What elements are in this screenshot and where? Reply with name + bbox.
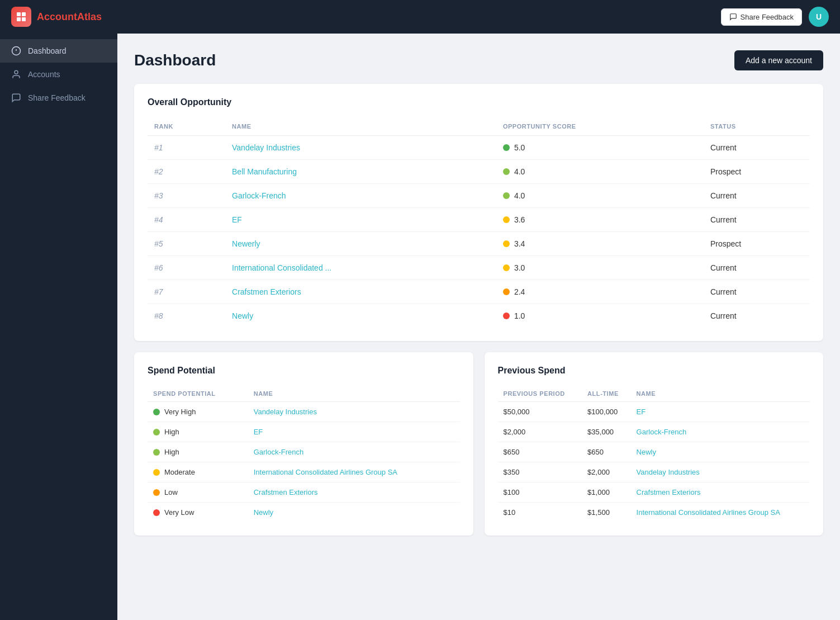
account-link[interactable]: Vandelay Industries <box>232 143 300 152</box>
spend-dot <box>153 449 160 456</box>
svg-rect-0 <box>17 12 21 16</box>
account-link[interactable]: EF <box>637 408 646 416</box>
spend-name-cell: International Consolidated Airlines Grou… <box>248 462 460 482</box>
spend-level: Moderate <box>164 468 195 476</box>
spend-level: Very Low <box>164 508 194 517</box>
logo: AccountAtlas <box>11 7 102 27</box>
account-link[interactable]: Vandelay Industries <box>254 408 317 416</box>
alltime-cell: $650 <box>582 442 631 462</box>
account-link[interactable]: Crafstmen Exteriors <box>232 287 301 296</box>
spend-level-cell: Very Low <box>148 503 248 523</box>
name-cell: Crafstmen Exteriors <box>225 280 496 304</box>
sidebar-item-accounts[interactable]: Accounts <box>0 63 117 86</box>
sidebar-item-dashboard[interactable]: Dashboard <box>0 39 117 63</box>
page-header: Dashboard Add a new account <box>134 50 823 70</box>
account-link[interactable]: Newly <box>232 311 253 320</box>
spend-dot <box>153 489 160 496</box>
account-link[interactable]: International Consolidated Airlines Grou… <box>254 468 397 476</box>
overall-opportunity-table: RANK NAME OPPORTUNITY SCORE STATUS #1 Va… <box>148 117 810 328</box>
account-link[interactable]: Crafstmen Exteriors <box>254 488 318 496</box>
spend-name-cell: Garlock-French <box>248 442 460 462</box>
col-rank: RANK <box>148 117 225 136</box>
spend-dot <box>153 429 160 436</box>
account-link[interactable]: Crafstmen Exteriors <box>637 488 701 496</box>
account-link[interactable]: Garlock-French <box>232 191 286 200</box>
list-item: Moderate International Consolidated Airl… <box>148 462 460 482</box>
sidebar-item-accounts-label: Accounts <box>28 70 60 79</box>
period-cell: $100 <box>498 482 582 503</box>
table-row: #2 Bell Manufacturing 4.0 Prospect <box>148 160 810 184</box>
score-dot <box>503 240 510 247</box>
score-value: 1.0 <box>514 311 525 320</box>
page-title: Dashboard <box>134 51 216 69</box>
sidebar-item-share-feedback-label: Share Feedback <box>28 93 86 102</box>
score-dot <box>503 144 510 151</box>
score-cell: 2.4 <box>496 280 704 304</box>
share-feedback-topnav-button[interactable]: Share Feedback <box>721 8 802 26</box>
bottom-grid: Spend Potential SPEND POTENTIAL NAME Ver… <box>134 352 823 547</box>
spend-name-cell: Newly <box>248 503 460 523</box>
logo-icon <box>11 7 31 27</box>
rank-cell: #6 <box>148 256 225 280</box>
status-cell: Current <box>704 136 810 160</box>
alltime-cell: $2,000 <box>582 462 631 482</box>
list-item: Low Crafstmen Exteriors <box>148 482 460 503</box>
spend-level: Low <box>164 488 178 496</box>
score-dot <box>503 192 510 199</box>
ps-name-cell: Newly <box>631 442 810 462</box>
score-value: 5.0 <box>514 143 525 152</box>
status-cell: Current <box>704 304 810 328</box>
account-link[interactable]: Newerly <box>232 239 260 248</box>
sidebar-item-share-feedback[interactable]: Share Feedback <box>0 86 117 110</box>
sp-col-spend: SPEND POTENTIAL <box>148 386 248 402</box>
list-item: High Garlock-French <box>148 442 460 462</box>
name-cell: Newerly <box>225 232 496 256</box>
score-dot <box>503 216 510 223</box>
account-link[interactable]: International Consolidated Airlines Grou… <box>637 508 780 517</box>
status-cell: Current <box>704 256 810 280</box>
svg-rect-1 <box>22 12 26 16</box>
previous-spend-table: PREVIOUS PERIOD ALL-TIME NAME $50,000 $1… <box>498 386 810 522</box>
status-cell: Current <box>704 208 810 232</box>
table-row: #1 Vandelay Industries 5.0 Current <box>148 136 810 160</box>
account-link[interactable]: International Consolidated ... <box>232 263 331 272</box>
score-cell: 3.0 <box>496 256 704 280</box>
alltime-cell: $1,000 <box>582 482 631 503</box>
list-item: $10 $1,500 International Consolidated Ai… <box>498 503 810 523</box>
user-avatar[interactable]: U <box>809 7 829 27</box>
account-link[interactable]: Vandelay Industries <box>637 468 700 476</box>
list-item: $350 $2,000 Vandelay Industries <box>498 462 810 482</box>
main-layout: Dashboard Accounts Share Feedback Dashbo… <box>0 34 840 620</box>
ps-col-name: NAME <box>631 386 810 402</box>
name-cell: International Consolidated ... <box>225 256 496 280</box>
period-cell: $350 <box>498 462 582 482</box>
account-link[interactable]: Newly <box>637 448 656 456</box>
account-link[interactable]: Newly <box>254 508 273 517</box>
account-link[interactable]: Garlock-French <box>254 448 304 456</box>
rank-cell: #7 <box>148 280 225 304</box>
name-cell: EF <box>225 208 496 232</box>
sp-col-name: NAME <box>248 386 460 402</box>
account-link[interactable]: Garlock-French <box>637 428 687 436</box>
score-dot <box>503 288 510 295</box>
score-cell: 3.6 <box>496 208 704 232</box>
accounts-icon <box>11 69 21 79</box>
account-link[interactable]: EF <box>254 428 263 436</box>
score-value: 4.0 <box>514 167 525 176</box>
name-cell: Vandelay Industries <box>225 136 496 160</box>
account-link[interactable]: Bell Manufacturing <box>232 167 297 176</box>
score-dot <box>503 168 510 175</box>
table-row: #3 Garlock-French 4.0 Current <box>148 184 810 208</box>
topnav: AccountAtlas Share Feedback U <box>0 0 840 34</box>
rank-cell: #5 <box>148 232 225 256</box>
main-content: Dashboard Add a new account Overall Oppo… <box>117 34 840 620</box>
rank-cell: #3 <box>148 184 225 208</box>
name-cell: Garlock-French <box>225 184 496 208</box>
add-account-button[interactable]: Add a new account <box>734 50 823 70</box>
name-cell: Newly <box>225 304 496 328</box>
spend-name-cell: Crafstmen Exteriors <box>248 482 460 503</box>
spend-level-cell: Moderate <box>148 462 248 482</box>
account-link[interactable]: EF <box>232 215 242 224</box>
score-cell: 1.0 <box>496 304 704 328</box>
previous-spend-title: Previous Spend <box>498 366 810 376</box>
